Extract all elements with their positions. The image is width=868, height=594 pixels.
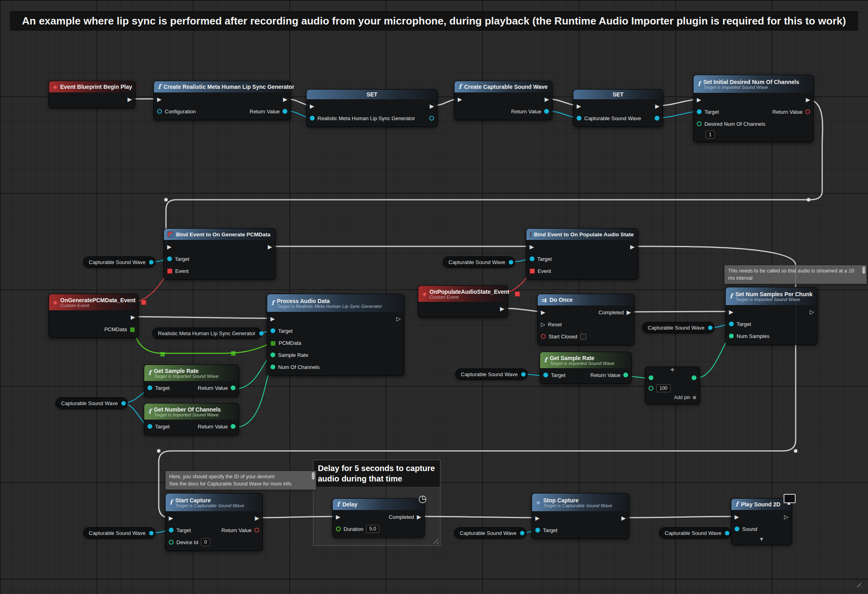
pcmdata-array-pin[interactable]: ▦ xyxy=(270,340,276,346)
get-capturable-sound-wave[interactable]: Capturable Sound Wave xyxy=(83,527,156,539)
target-pin[interactable] xyxy=(147,424,152,429)
target-pin[interactable] xyxy=(169,528,174,533)
object-pin[interactable] xyxy=(121,401,126,406)
exec-out-pin[interactable]: ▶ xyxy=(655,103,659,109)
exec-in-pin[interactable]: ▶ xyxy=(735,514,739,520)
target-pin[interactable] xyxy=(543,373,548,377)
num-channels-pin[interactable] xyxy=(270,365,275,369)
node-create-lipsync-generator[interactable]: f Create Realistic Meta Human Lip Sync G… xyxy=(154,81,291,120)
exec-out-pin[interactable]: ▷ xyxy=(784,514,788,520)
graph-comment-banner[interactable]: An example where lip sync is performed a… xyxy=(10,11,858,31)
sample-rate-pin[interactable] xyxy=(270,352,275,357)
delegate-out-pin[interactable] xyxy=(141,300,146,305)
exec-in-pin[interactable]: ▶ xyxy=(458,96,462,102)
object-pin[interactable] xyxy=(521,372,526,377)
object-pin[interactable] xyxy=(149,260,154,264)
exec-out-pin[interactable]: ▶ xyxy=(806,97,810,102)
start-closed-checkbox[interactable] xyxy=(580,334,586,340)
node-delay[interactable]: ◷ f Delay ▶ Completed▶ Duration 5.0 xyxy=(332,498,425,538)
expand-chevron-icon[interactable]: ▾ xyxy=(760,536,763,542)
node-create-capturable-sound-wave[interactable]: f Create Capturable Sound Wave ▶ ▶ Retur… xyxy=(454,81,553,120)
variable-in-pin[interactable] xyxy=(310,116,315,121)
target-pin[interactable] xyxy=(147,385,152,390)
get-capturable-sound-wave[interactable]: Capturable Sound Wave xyxy=(83,256,156,268)
get-capturable-sound-wave[interactable]: Capturable Sound Wave xyxy=(443,256,515,268)
pcmdata-array-pin[interactable]: ▦ xyxy=(130,326,135,332)
num-samples-pin[interactable] xyxy=(729,334,734,338)
delegate-out-pin[interactable] xyxy=(515,291,520,297)
target-pin[interactable] xyxy=(729,322,734,326)
duration-input[interactable]: 5.0 xyxy=(366,525,379,533)
return-value-pin[interactable] xyxy=(254,528,259,533)
node-bind-event-on-generate-pcmdata[interactable]: Bind Event to On Generate PCMData ▶ ▶ Ta… xyxy=(164,228,276,280)
get-capturable-sound-wave[interactable]: Capturable Sound Wave xyxy=(454,527,526,539)
node-on-generate-pcmdata-event[interactable]: ◈ OnGeneratePCMData_Event Custom Event ▶… xyxy=(49,294,139,338)
add-pin-button[interactable]: Add pin⊕ xyxy=(674,395,696,400)
target-pin[interactable] xyxy=(535,528,540,533)
exec-in-pin[interactable]: ▶ xyxy=(697,97,701,102)
variable-out-pin[interactable] xyxy=(429,116,434,121)
return-value-pin[interactable] xyxy=(231,385,235,390)
exec-in-pin[interactable]: ▶ xyxy=(530,244,534,250)
configuration-pin[interactable] xyxy=(157,109,162,114)
object-pin[interactable] xyxy=(708,326,712,330)
exec-in-pin[interactable]: ▶ xyxy=(535,515,540,521)
exec-in-pin[interactable]: ▶ xyxy=(541,309,545,315)
object-pin[interactable] xyxy=(149,531,154,535)
duration-pin[interactable] xyxy=(336,526,341,531)
target-pin[interactable] xyxy=(270,328,275,333)
exec-out-pin[interactable]: ▷ xyxy=(396,316,401,322)
exec-in-pin[interactable]: ▶ xyxy=(270,316,275,322)
exec-out-pin[interactable]: ▷ xyxy=(810,309,814,315)
object-pin[interactable] xyxy=(259,331,264,336)
node-do-once[interactable]: ⇉ Do Once ▶ Completed▶ ▷Reset Start Clos… xyxy=(537,294,635,345)
exec-out-pin[interactable]: ▶ xyxy=(268,244,272,250)
return-value-pin[interactable] xyxy=(544,109,549,114)
node-bind-event-on-populate-audio-state[interactable]: Bind Event to On Populate Audio State ▶ … xyxy=(526,228,638,280)
exec-in-pin[interactable]: ▶ xyxy=(336,514,340,520)
completed-exec-out-pin[interactable]: ▶ xyxy=(417,514,421,520)
divisor-pin[interactable] xyxy=(649,386,653,391)
exec-out-pin[interactable]: ▶ xyxy=(131,314,135,320)
desired-num-channels-input[interactable]: 1 xyxy=(706,131,715,139)
object-pin[interactable] xyxy=(520,531,524,535)
return-value-pin[interactable] xyxy=(283,109,287,114)
object-pin[interactable] xyxy=(509,260,513,264)
target-pin[interactable] xyxy=(697,109,702,114)
get-capturable-sound-wave[interactable]: Capturable Sound Wave xyxy=(55,397,128,409)
exec-in-pin[interactable]: ▶ xyxy=(577,103,581,109)
exec-out-pin[interactable]: ▶ xyxy=(500,306,504,311)
exec-out-pin[interactable]: ▶ xyxy=(545,96,549,102)
node-stop-capture[interactable]: ◈ Stop Capture Target is Capturable Soun… xyxy=(532,493,629,539)
node-start-capture[interactable]: f Start Capture Target is Capturable Sou… xyxy=(165,493,263,551)
return-value-pin[interactable] xyxy=(231,424,235,429)
dividend-pin[interactable] xyxy=(649,375,653,380)
node-divide[interactable]: ÷ 100 Add pin⊕ xyxy=(645,367,700,404)
variable-out-pin[interactable] xyxy=(655,116,659,121)
exec-out-pin[interactable]: ▶ xyxy=(621,515,626,521)
event-delegate-pin[interactable] xyxy=(530,268,535,274)
completed-exec-out-pin[interactable]: ▶ xyxy=(626,309,631,315)
device-id-input[interactable]: 0 xyxy=(201,538,210,546)
sound-pin[interactable] xyxy=(735,526,739,531)
variable-in-pin[interactable] xyxy=(577,116,581,121)
exec-in-pin[interactable]: ▶ xyxy=(167,244,172,250)
node-on-populate-audio-state-event[interactable]: ◈ OnPopulateAudioState_Event Custom Even… xyxy=(418,285,508,317)
node-process-audio-data[interactable]: f Process Audio Data Target is Realistic… xyxy=(267,294,404,376)
start-closed-pin[interactable] xyxy=(541,334,546,339)
exec-out-pin[interactable]: ▶ xyxy=(630,244,635,250)
node-set-initial-desired-num-channels[interactable]: f Set Initial Desired Num Of Channels Ta… xyxy=(693,75,814,142)
reset-exec-in-pin[interactable]: ▷ xyxy=(541,322,545,327)
exec-in-pin[interactable]: ▶ xyxy=(157,96,162,102)
exec-in-pin[interactable]: ▶ xyxy=(310,103,314,109)
device-id-pin[interactable] xyxy=(169,540,174,545)
node-set-capturable-sound-wave[interactable]: SET ▶ ▶ Capturable Sound Wave xyxy=(573,89,663,127)
exec-in-pin[interactable]: ▶ xyxy=(169,515,173,521)
exec-out-pin[interactable]: ▶ xyxy=(255,515,259,521)
target-pin[interactable] xyxy=(167,256,172,261)
get-capturable-sound-wave[interactable]: Capturable Sound Wave xyxy=(642,322,714,333)
get-capturable-sound-wave[interactable]: Capturable Sound Wave xyxy=(659,527,731,539)
node-play-sound-2d[interactable]: f Play Sound 2D ▶ ▷ Sound ▾ xyxy=(731,498,792,545)
exec-out-pin[interactable]: ▶ xyxy=(283,96,287,102)
result-pin[interactable] xyxy=(692,375,696,380)
